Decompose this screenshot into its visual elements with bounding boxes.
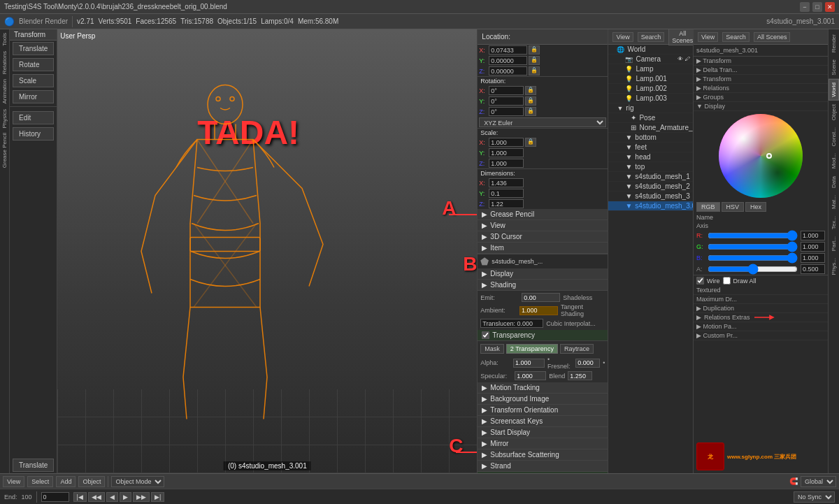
object-mode-select[interactable]: Object Mode xyxy=(111,476,164,487)
g-value-input[interactable] xyxy=(801,242,825,252)
jump-end-btn[interactable]: ▶| xyxy=(151,492,164,502)
outliner-camera[interactable]: 📷 Camera 👁 🖊 xyxy=(608,55,693,64)
vtab-constraints[interactable]: Const... xyxy=(829,124,839,150)
mirror-section[interactable]: ▶ Mirror xyxy=(478,438,608,449)
transform-orientation-section[interactable]: ▶ Transform Orientation xyxy=(478,405,608,416)
prev-keyframe-btn[interactable]: ◀◀ xyxy=(88,492,105,502)
location-x-input[interactable] xyxy=(489,45,527,55)
dim-y-input[interactable] xyxy=(489,189,524,198)
outliner-lamp002[interactable]: 💡 Lamp.002 xyxy=(608,84,693,94)
specular-input[interactable] xyxy=(515,371,546,380)
ambient-input[interactable] xyxy=(519,306,558,315)
view-menu-btn[interactable]: View xyxy=(3,476,24,487)
rotation-y-lock[interactable]: 🔒 xyxy=(525,96,536,106)
history-button[interactable]: History xyxy=(13,127,54,141)
outliner-mesh1[interactable]: ▼ s4studio_mesh_1 xyxy=(608,172,693,182)
minimize-button[interactable]: − xyxy=(800,2,810,12)
color-wheel[interactable] xyxy=(719,114,803,198)
add-menu-btn[interactable]: Add xyxy=(56,476,76,487)
raytrace-btn[interactable]: Raytrace xyxy=(560,344,594,354)
animation-tab[interactable]: Animation xyxy=(0,77,9,106)
b-slider[interactable] xyxy=(708,255,798,261)
translate-button[interactable]: Translate xyxy=(13,42,54,55)
vtab-world[interactable]: World xyxy=(829,79,839,101)
rotate-button[interactable]: Rotate xyxy=(13,58,54,71)
blend-input[interactable] xyxy=(568,371,592,380)
outliner-lamp[interactable]: 💡 Lamp xyxy=(608,64,693,74)
mask-btn[interactable]: Mask xyxy=(480,344,504,354)
3d-viewport[interactable]: User Persp TADA! xyxy=(57,29,477,473)
translucen-input[interactable] xyxy=(480,319,543,328)
rotation-y-input[interactable] xyxy=(489,96,524,106)
right-all-scenes-btn[interactable]: All Scenes xyxy=(754,32,791,42)
outliner-pose[interactable]: ✦ Pose xyxy=(608,113,693,123)
outliner-mesh2[interactable]: ▼ s4studio_mesh_2 xyxy=(608,182,693,192)
view-section[interactable]: ▶ View xyxy=(478,220,608,231)
edit-button[interactable]: Edit xyxy=(13,111,54,124)
outliner-feet[interactable]: ▼ feet xyxy=(608,143,693,152)
outliner-head[interactable]: ▼ head xyxy=(608,152,693,162)
rotation-x-input[interactable] xyxy=(489,86,524,95)
hsv-tab[interactable]: HSV xyxy=(722,202,745,212)
tools-tab[interactable]: Tools xyxy=(0,31,9,48)
outliner-bottom[interactable]: ▼ bottom xyxy=(608,133,693,143)
scale-y-input[interactable] xyxy=(489,148,524,157)
maximize-button[interactable]: □ xyxy=(812,2,822,12)
sync-select[interactable]: No Sync xyxy=(794,491,835,503)
subsurface-section[interactable]: ▶ Subsurface Scattering xyxy=(478,449,608,461)
outliner-lamp001[interactable]: 💡 Lamp.001 xyxy=(608,74,693,84)
location-x-lock[interactable]: 🔒 xyxy=(529,45,540,55)
next-keyframe-btn[interactable]: ▶▶ xyxy=(133,492,150,502)
vtab-material[interactable]: Mat... xyxy=(829,192,839,213)
search-btn[interactable]: Search xyxy=(638,32,665,42)
dim-z-input[interactable] xyxy=(489,199,524,208)
alpha-input[interactable] xyxy=(513,359,545,368)
emit-input[interactable] xyxy=(522,293,560,302)
grease-pencil-tab[interactable]: Grease Pencil xyxy=(0,131,9,170)
outliner-top[interactable]: ▼ top xyxy=(608,162,693,172)
strand-section[interactable]: ▶ Strand xyxy=(478,461,608,472)
shading-section[interactable]: ▶ Shading xyxy=(478,280,608,291)
transparency-section-header[interactable]: Transparency xyxy=(478,330,608,341)
global-select[interactable]: Global xyxy=(801,476,836,487)
jump-start-btn[interactable]: |◀ xyxy=(73,492,87,502)
grease-pencil-section[interactable]: ▶ Grease Pencil xyxy=(478,209,608,220)
outliner-mesh3001[interactable]: ▼ s4studio_mesh_3.001 xyxy=(608,201,693,211)
start-display-section[interactable]: ▶ Start Display xyxy=(478,427,608,438)
rotation-z-lock[interactable]: 🔒 xyxy=(525,107,536,116)
vtab-render[interactable]: Render xyxy=(829,31,839,56)
screencast-keys-section[interactable]: ▶ Screencast Keys xyxy=(478,416,608,427)
item-section[interactable]: ▶ Item xyxy=(478,243,608,254)
close-button[interactable]: ✕ xyxy=(825,2,835,12)
scale-z-input[interactable] xyxy=(489,159,524,168)
rotation-mode-select[interactable]: XYZ Euler xyxy=(479,117,606,127)
hex-tab[interactable]: Hex xyxy=(745,202,766,212)
frame-current-input[interactable] xyxy=(41,492,69,502)
all-scenes-btn[interactable]: All Scenes xyxy=(668,29,693,45)
wire-checkbox[interactable] xyxy=(696,277,704,285)
a-slider[interactable] xyxy=(708,266,798,272)
vtab-particles[interactable]: Part... xyxy=(829,233,839,254)
translate-bottom-button[interactable]: Translate xyxy=(13,459,54,472)
vtab-physics[interactable]: Phys... xyxy=(829,254,839,278)
location-y-input[interactable] xyxy=(489,56,527,65)
color-cursor[interactable] xyxy=(766,153,772,159)
g-slider[interactable] xyxy=(708,244,798,250)
select-menu-btn[interactable]: Select xyxy=(27,476,53,487)
vtab-scene[interactable]: Scene xyxy=(829,56,839,79)
r-slider[interactable] xyxy=(708,233,798,238)
outliner-lamp003[interactable]: 💡 Lamp.003 xyxy=(608,94,693,103)
vtab-data[interactable]: Data xyxy=(829,173,839,192)
vtab-texture[interactable]: Tex... xyxy=(829,213,839,233)
outliner-world[interactable]: 🌐 World xyxy=(608,45,693,55)
3d-cursor-section[interactable]: ▶ 3D Cursor xyxy=(478,231,608,243)
right-view-btn[interactable]: View xyxy=(698,32,718,42)
rotation-z-input[interactable] xyxy=(489,107,524,116)
background-image-section[interactable]: ▶ Background Image xyxy=(478,394,608,405)
rgb-tab[interactable]: RGB xyxy=(696,202,720,212)
right-search-btn[interactable]: Search xyxy=(722,32,750,42)
two-transparency-btn[interactable]: 2 Transparency xyxy=(506,344,558,354)
scale-button[interactable]: Scale xyxy=(13,74,54,87)
r-value-input[interactable] xyxy=(801,231,825,240)
outliner-armature-data[interactable]: ⊞ None_Armature_Data xyxy=(608,123,693,133)
